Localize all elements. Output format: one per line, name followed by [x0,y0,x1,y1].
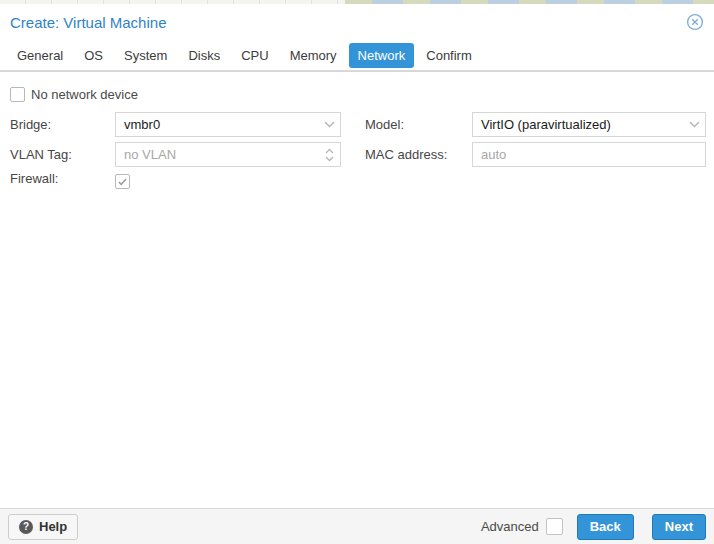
mac-address-field [472,142,706,167]
bridge-input[interactable] [115,112,341,137]
spinner-up-down-icon[interactable] [318,143,340,166]
bridge-label: Bridge: [10,112,51,137]
tab-system[interactable]: System [115,43,176,68]
advanced-checkbox[interactable] [546,518,563,535]
dialog-title: Create: Virtual Machine [10,14,166,31]
mac-address-label: MAC address: [365,142,447,167]
vlan-tag-label: VLAN Tag: [10,142,72,167]
model-combo [472,112,706,137]
next-button[interactable]: Next [652,514,706,540]
model-input[interactable] [472,112,706,137]
mac-address-input[interactable] [472,142,706,167]
no-network-device-label: No network device [31,87,138,103]
bridge-combo [115,112,341,137]
tab-memory[interactable]: Memory [281,43,346,68]
help-button[interactable]: Help [8,514,78,540]
close-icon[interactable] [686,13,704,31]
tab-confirm[interactable]: Confirm [417,43,481,68]
create-vm-dialog: Create: Virtual Machine General OS Syste… [0,4,714,544]
help-label: Help [39,519,67,534]
help-icon [19,520,33,534]
tab-os[interactable]: OS [75,43,112,68]
network-tab-panel: No network device Bridge: Model: VLAN Ta… [0,74,714,508]
firewall-label: Firewall: [10,170,58,188]
vlan-tag-input[interactable] [115,142,341,167]
vlan-tag-spinner [115,142,341,167]
wizard-tabbar: General OS System Disks CPU Memory Netwo… [0,40,714,72]
tab-network[interactable]: Network [349,43,415,68]
chevron-down-icon[interactable] [318,113,340,136]
firewall-checkbox[interactable] [115,174,130,189]
no-network-device-checkbox[interactable] [10,87,25,102]
dialog-footer: Help Advanced Back Next [0,508,714,544]
dialog-header: Create: Virtual Machine [0,4,714,40]
model-label: Model: [365,112,404,137]
tab-general[interactable]: General [8,43,72,68]
chevron-down-icon[interactable] [683,113,705,136]
screen: Create: Virtual Machine General OS Syste… [0,0,714,544]
back-button[interactable]: Back [577,514,634,540]
tab-disks[interactable]: Disks [179,43,229,68]
tab-cpu[interactable]: CPU [232,43,277,68]
advanced-label: Advanced [481,519,539,534]
